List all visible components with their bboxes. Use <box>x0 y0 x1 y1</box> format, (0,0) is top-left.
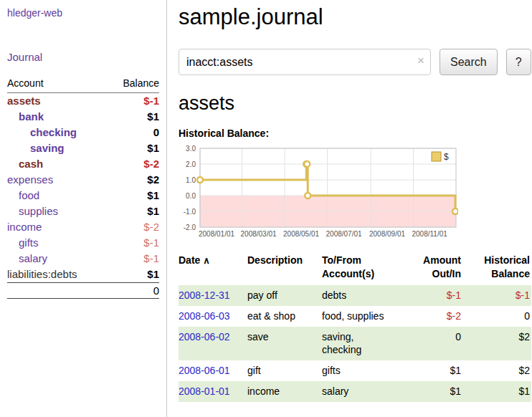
transaction-date-cell: 2008-01-01 <box>179 381 247 402</box>
account-link[interactable]: bank <box>19 110 44 123</box>
register-header-date[interactable]: Date ∧ <box>179 252 247 285</box>
account-link[interactable]: saving <box>30 142 65 154</box>
chart-point <box>197 177 203 183</box>
register-table: Date ∧ Description To/From Account(s) Am… <box>179 252 531 402</box>
account-link[interactable]: salary <box>19 252 47 264</box>
account-row: salary$-1 <box>7 251 159 267</box>
search-input[interactable] <box>179 49 431 75</box>
transaction-accounts: saving, checking <box>322 327 408 361</box>
register-header-amount: Amount Out/In <box>408 252 462 285</box>
x-tick-label: 2008/05/01 <box>283 230 319 238</box>
main-content: sample.journal × Search ? assets Histori… <box>179 0 532 402</box>
transaction-row: 2008-06-03eat & shopfood, supplies$-20 <box>179 306 531 327</box>
transaction-accounts: salary <box>322 381 408 402</box>
search-input-wrap: × <box>179 49 431 75</box>
transaction-row: 2008-01-01incomesalary$1$1 <box>179 381 531 402</box>
account-row: assets$-1 <box>7 93 159 110</box>
accounts-table-body: assets$-1bank$1checking0saving$1cash$-2e… <box>7 93 159 283</box>
transaction-date-link[interactable]: 2008-06-01 <box>179 365 230 376</box>
search-button[interactable]: Search <box>440 49 498 75</box>
transaction-description: gift <box>247 360 322 381</box>
chart-title: Historical Balance: <box>179 128 532 139</box>
historical-balance-chart: 3.02.01.00.0-1.0-2.02008/01/012008/03/01… <box>179 143 458 242</box>
transaction-date-link[interactable]: 2008-06-02 <box>179 331 230 342</box>
transaction-date-link[interactable]: 2008-12-31 <box>179 289 230 301</box>
chart-legend-label: $ <box>444 152 449 162</box>
account-link[interactable]: income <box>7 221 42 233</box>
search-bar: × Search ? <box>179 49 532 75</box>
account-balance: $-1 <box>108 251 159 267</box>
account-balance: $-1 <box>108 235 159 251</box>
chart-legend-swatch <box>432 152 441 161</box>
transaction-date-link[interactable]: 2008-01-01 <box>179 385 230 397</box>
x-tick-label: 2008/09/01 <box>369 230 405 238</box>
accounts-header-row: Account Balance <box>7 75 159 93</box>
account-balance: $1 <box>108 188 159 203</box>
accounts-header-account: Account <box>7 75 108 93</box>
help-button[interactable]: ? <box>506 49 531 75</box>
clear-search-icon[interactable]: × <box>417 54 424 67</box>
transaction-balance: $2 <box>462 327 531 361</box>
account-row: expenses$2 <box>7 172 159 188</box>
chart-point <box>305 193 310 198</box>
app-title-link[interactable]: hledger-web <box>7 7 159 19</box>
register-header-description: Description <box>247 252 322 285</box>
x-tick-label: 2008/03/01 <box>241 230 277 238</box>
account-link[interactable]: checking <box>30 126 77 138</box>
account-link[interactable]: cash <box>19 158 43 170</box>
transaction-row: 2008-06-02savesaving, checking0$2 <box>179 327 531 361</box>
y-tick-label: 3.0 <box>186 145 196 153</box>
transaction-amount: 0 <box>408 327 462 361</box>
register-header-date-label: Date <box>179 254 200 266</box>
transaction-amount: $-1 <box>408 285 462 306</box>
sidebar: hledger-web Journal Account Balance asse… <box>0 0 167 417</box>
account-row: liabilities:debts$1 <box>7 267 159 283</box>
accounts-header-balance: Balance <box>108 75 159 93</box>
account-row: income$-2 <box>7 219 159 235</box>
account-balance: $-2 <box>108 219 159 235</box>
account-link[interactable]: expenses <box>7 173 53 186</box>
account-row: bank$1 <box>7 109 159 125</box>
account-balance: $1 <box>108 140 159 156</box>
account-row: gifts$-1 <box>7 235 159 251</box>
y-tick-label: -2.0 <box>184 224 196 231</box>
y-tick-label: 2.0 <box>186 160 196 168</box>
sort-asc-icon: ∧ <box>203 255 210 266</box>
account-row: food$1 <box>7 188 159 203</box>
account-balance: $1 <box>108 203 159 219</box>
sidebar-item-journal[interactable]: Journal <box>7 51 159 63</box>
y-tick-label: 1.0 <box>186 176 196 184</box>
register-header-row: Date ∧ Description To/From Account(s) Am… <box>179 252 531 285</box>
x-tick-label: 2008/07/01 <box>326 230 362 238</box>
transaction-row: 2008-06-01giftgifts$1$2 <box>179 360 531 381</box>
transaction-amount: $1 <box>408 381 462 402</box>
transaction-date-cell: 2008-06-01 <box>179 360 247 381</box>
account-link[interactable]: assets <box>7 95 41 107</box>
transaction-date-cell: 2008-06-02 <box>179 327 247 361</box>
y-tick-label: 0.0 <box>186 192 196 200</box>
transaction-balance: $-1 <box>462 285 531 306</box>
account-link[interactable]: supplies <box>19 205 58 217</box>
transaction-accounts: gifts <box>322 360 408 381</box>
accounts-total-spacer <box>7 283 108 299</box>
transaction-row: 2008-12-31pay offdebts$-1$-1 <box>179 285 531 306</box>
transaction-date-cell: 2008-06-03 <box>179 306 247 327</box>
accounts-total-row: 0 <box>7 283 159 299</box>
register-header-accounts: To/From Account(s) <box>322 252 408 285</box>
account-row: saving$1 <box>7 140 159 156</box>
transaction-date-link[interactable]: 2008-06-03 <box>179 310 230 322</box>
accounts-total-balance: 0 <box>108 283 159 299</box>
x-tick-label: 2008/01/01 <box>199 230 234 238</box>
account-link[interactable]: liabilities:debts <box>7 268 77 280</box>
transaction-amount: $1 <box>408 360 462 381</box>
account-row: cash$-2 <box>7 156 159 172</box>
account-link[interactable]: gifts <box>19 236 39 249</box>
account-heading: assets <box>179 92 532 115</box>
register-table-body: 2008-12-31pay offdebts$-1$-12008-06-03ea… <box>179 285 531 402</box>
transaction-accounts: food, supplies <box>322 306 408 327</box>
transaction-amount: $-2 <box>408 306 462 327</box>
account-link[interactable]: food <box>19 189 39 201</box>
transaction-balance: $1 <box>462 381 531 402</box>
transaction-balance: 0 <box>462 306 531 327</box>
account-row: supplies$1 <box>7 203 159 219</box>
